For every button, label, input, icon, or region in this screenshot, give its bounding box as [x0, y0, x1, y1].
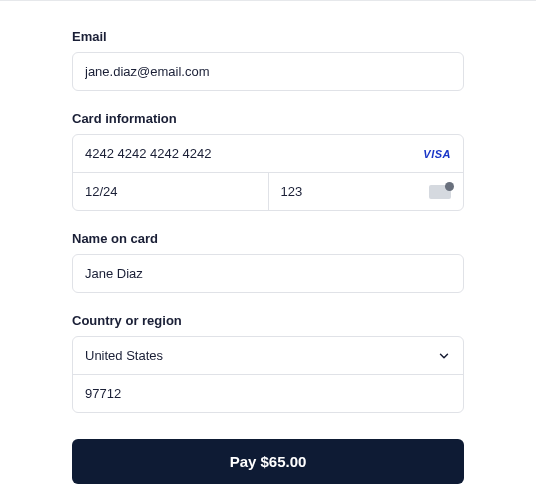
pay-button[interactable]: Pay $65.00	[72, 439, 464, 484]
country-label: Country or region	[72, 313, 464, 328]
card-exp-cvc-row: 12/24 123	[73, 172, 463, 210]
cvc-card-icon	[429, 185, 451, 199]
visa-icon: VISA	[423, 148, 451, 160]
name-group: Name on card	[72, 231, 464, 293]
email-label: Email	[72, 29, 464, 44]
chevron-down-icon	[437, 349, 451, 363]
postal-value: 97712	[85, 386, 121, 401]
country-box: United States 97712	[72, 336, 464, 413]
card-group: Card information 4242 4242 4242 4242 VIS…	[72, 111, 464, 211]
country-group: Country or region United States 97712	[72, 313, 464, 413]
card-cvc-input[interactable]: 123	[268, 173, 464, 210]
card-expiry-value: 12/24	[85, 184, 118, 199]
card-cvc-value: 123	[281, 184, 303, 199]
country-selected-value: United States	[85, 348, 163, 363]
country-select[interactable]: United States	[73, 337, 463, 374]
card-number-value: 4242 4242 4242 4242	[85, 146, 212, 161]
card-number-row[interactable]: 4242 4242 4242 4242 VISA	[73, 135, 463, 172]
name-label: Name on card	[72, 231, 464, 246]
card-expiry-input[interactable]: 12/24	[73, 173, 268, 210]
email-group: Email	[72, 29, 464, 91]
card-label: Card information	[72, 111, 464, 126]
name-input[interactable]	[72, 254, 464, 293]
email-input[interactable]	[72, 52, 464, 91]
card-box: 4242 4242 4242 4242 VISA 12/24 123	[72, 134, 464, 211]
postal-input[interactable]: 97712	[73, 374, 463, 412]
